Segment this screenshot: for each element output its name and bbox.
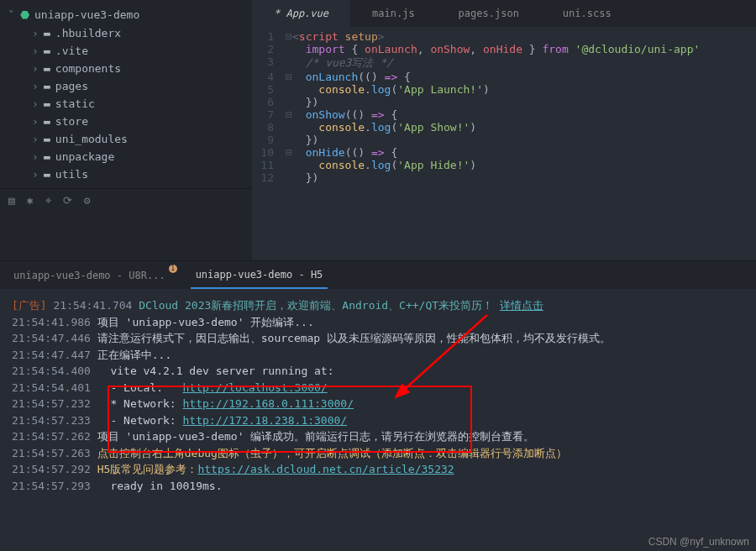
folder-icon: ▬: [44, 80, 50, 92]
tree-item[interactable]: ›▬utils: [0, 165, 252, 183]
tree-item[interactable]: ›▬.vite: [0, 42, 252, 60]
tree-label: pages: [55, 80, 88, 92]
fold-icon[interactable]: ⊟: [286, 108, 292, 121]
line-number[interactable]: 8: [252, 121, 286, 134]
fold-icon[interactable]: ⊟: [286, 30, 292, 43]
line-number[interactable]: 1: [252, 30, 286, 43]
terminal-output[interactable]: [广告] 21:54:41.704 DCloud 2023新春招聘开启，欢迎前端…: [0, 289, 756, 502]
folder-icon: ▬: [44, 115, 50, 128]
line-number[interactable]: 2: [252, 43, 286, 55]
folder-icon: ▬: [44, 133, 50, 145]
line-number[interactable]: 3: [252, 55, 286, 71]
chevron-right-icon: ›: [32, 115, 39, 128]
tree-item[interactable]: ›▬unpackage: [0, 148, 252, 165]
line-number[interactable]: 12: [252, 171, 286, 184]
chevron-right-icon: ›: [32, 62, 39, 75]
fold-icon[interactable]: ⊟: [286, 146, 292, 159]
folder-icon: ▬: [44, 168, 50, 181]
code-area[interactable]: 1⊟<script setup> 2 import { onLaunch, on…: [252, 27, 756, 187]
tree-item[interactable]: ›▬static: [0, 95, 252, 113]
refresh-icon[interactable]: ⟳: [63, 194, 72, 207]
tree-label: utils: [55, 168, 88, 181]
tab-pages-json[interactable]: pages.json: [437, 0, 541, 27]
sidebar-toolbar: ▤ ✱ ⌖ ⟳ ⚙: [0, 188, 252, 213]
tree-label: unpackage: [55, 150, 114, 163]
chevron-right-icon: ›: [32, 168, 39, 181]
file-explorer: ˅ ⬣ uniapp-vue3-demo ›▬.hbuilderx ›▬.vit…: [0, 0, 252, 260]
tree-label: store: [55, 115, 88, 128]
line-number[interactable]: 10: [252, 146, 286, 159]
chevron-right-icon: ›: [32, 27, 39, 39]
project-name: uniapp-vue3-demo: [34, 8, 139, 21]
folder-icon: ▬: [44, 45, 50, 57]
chevron-right-icon: ›: [32, 133, 39, 145]
chevron-right-icon: ›: [32, 45, 39, 57]
tree-item[interactable]: ›▬components: [0, 60, 252, 77]
notification-badge: 1: [169, 265, 177, 273]
vue-icon: ⬣: [20, 8, 29, 21]
terminal-tab-u8r[interactable]: uniapp-vue3-demo - U8R...1: [8, 263, 171, 288]
tree-label: .hbuilderx: [55, 27, 121, 39]
chevron-down-icon: ˅: [8, 8, 15, 21]
tree-label: .vite: [55, 45, 88, 57]
editor-tabs: * App.vue main.js pages.json uni.scss: [252, 0, 756, 27]
folder-icon: ▬: [44, 27, 50, 39]
tab-uni-scss[interactable]: uni.scss: [541, 0, 633, 27]
tree-label: components: [55, 62, 121, 75]
chevron-right-icon: ›: [32, 150, 39, 163]
line-number[interactable]: 5: [252, 83, 286, 96]
help-url-link[interactable]: https://ask.dcloud.net.cn/article/35232: [197, 463, 454, 475]
tree-label: static: [55, 97, 95, 110]
line-number[interactable]: 9: [252, 134, 286, 146]
network-url-link[interactable]: http://172.18.238.1:3000/: [183, 414, 348, 427]
chevron-right-icon: ›: [32, 97, 39, 110]
line-number[interactable]: 4: [252, 71, 286, 83]
terminal-tabs: uniapp-vue3-demo - U8R...1 uniapp-vue3-d…: [0, 260, 756, 289]
line-number[interactable]: 11: [252, 159, 286, 171]
project-root[interactable]: ˅ ⬣ uniapp-vue3-demo: [0, 5, 252, 24]
network-url-link[interactable]: http://192.168.0.111:3000/: [183, 397, 354, 410]
folder-icon: ▬: [44, 97, 50, 110]
chevron-right-icon: ›: [32, 80, 39, 92]
tree-item[interactable]: ›▬uni_modules: [0, 130, 252, 148]
fold-icon[interactable]: ⊟: [286, 71, 292, 83]
folder-icon: ▬: [44, 62, 50, 75]
tree-item[interactable]: ›▬store: [0, 113, 252, 130]
tree-label: uni_modules: [55, 133, 128, 145]
settings-icon[interactable]: ⚙: [84, 194, 91, 207]
tab-main-js[interactable]: main.js: [350, 0, 437, 27]
ad-link[interactable]: 详情点击: [500, 299, 543, 312]
code-editor: * App.vue main.js pages.json uni.scss 1⊟…: [252, 0, 756, 260]
tab-app-vue[interactable]: * App.vue: [252, 0, 350, 27]
terminal-tab-h5[interactable]: uniapp-vue3-demo - H5: [191, 262, 328, 289]
folder-icon: ▬: [44, 150, 50, 163]
line-number[interactable]: 7: [252, 108, 286, 121]
watermark: CSDN @nyf_unknown: [648, 536, 749, 548]
bug-icon[interactable]: ✱: [27, 194, 34, 207]
tree-item[interactable]: ›▬pages: [0, 77, 252, 95]
bug2-icon[interactable]: ⌖: [45, 194, 51, 207]
tree-item[interactable]: ›▬.hbuilderx: [0, 24, 252, 42]
line-number[interactable]: 6: [252, 96, 286, 108]
file-icon[interactable]: ▤: [8, 194, 15, 207]
local-url-link[interactable]: http://localhost:3000/: [183, 381, 328, 394]
